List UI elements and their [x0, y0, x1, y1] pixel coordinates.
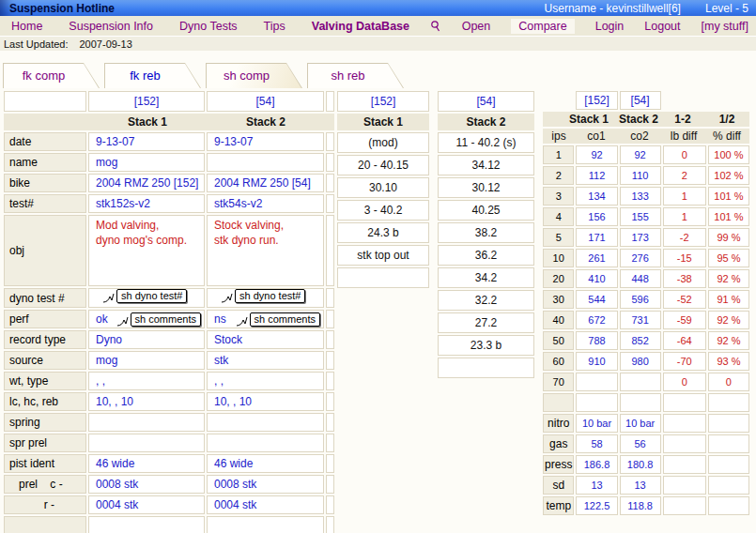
co1-cell: 92 [576, 145, 617, 164]
shim-cell [337, 267, 429, 288]
spacer-cell [326, 392, 334, 411]
table-row: 11 - 40.2 (s) [438, 132, 534, 153]
search-icon[interactable] [430, 20, 440, 32]
spacer-cell [326, 475, 334, 494]
lb-diff-cell [663, 393, 706, 412]
table-row: 7000 [543, 373, 749, 391]
ips-cell: 2 [543, 166, 574, 185]
table-row: 36.2 [438, 245, 534, 266]
table-row: r -0004 stk0004 stk [4, 495, 334, 514]
spacer-cell [663, 434, 706, 453]
spacer-cell [326, 153, 334, 172]
pct-diff-cell: 0 [708, 373, 749, 391]
pointer-icon [102, 293, 116, 303]
nav-item-tips[interactable]: Tips [264, 20, 285, 33]
lb-diff-cell: -15 [663, 249, 706, 267]
pct-diff-cell: 100 % [708, 145, 749, 164]
value-cell: 10, , 10 [207, 392, 324, 411]
co1-cell: 261 [576, 249, 617, 267]
value-cell: 13 [576, 476, 617, 495]
table-row: lc, hc, reb10, , 1010, , 10 [4, 392, 334, 411]
table-row [4, 516, 334, 533]
value-cell [88, 413, 205, 432]
row-label-obj: obj [4, 215, 86, 286]
value-cell: 9-13-07 [207, 132, 324, 151]
perf-cell: oksh comments [88, 310, 205, 328]
value-cell [207, 516, 324, 533]
shim-cell: 30.10 [337, 177, 429, 198]
value-cell: 46 wide [207, 454, 324, 473]
nav-item-home[interactable]: Home [11, 20, 42, 33]
shim-cell: 40.25 [438, 200, 534, 221]
lb-diff-cell: 1 [663, 207, 706, 226]
value-cell: Dyno [88, 330, 205, 349]
stack-header-cols: ipsco1co2lb diff% diff [543, 129, 749, 144]
co2-cell: 155 [620, 207, 661, 226]
perf-cell-content: oksh comments [96, 312, 204, 327]
table-row: dyno test #sh dyno test#sh dyno test# [4, 288, 334, 308]
row-label-r: r - [4, 495, 86, 514]
table-row: 21121102102 % [543, 166, 749, 185]
sh-comments-button[interactable]: sh comments [236, 312, 320, 327]
table-row: [152][54] [4, 91, 334, 112]
spacer-cell [326, 351, 334, 370]
row-label-test: test# [4, 194, 86, 213]
lb-diff-cell: 0 [663, 145, 706, 164]
table-row: 24.3 b [337, 222, 429, 243]
table-row: 34.2 [438, 267, 534, 288]
value-cell: 180.8 [620, 455, 661, 474]
stack-id-cell: [152] [576, 91, 617, 110]
value-cell: 58 [576, 434, 617, 453]
sh-dyno-test-button-label: sh dyno test# [235, 289, 305, 303]
nav-item-logout[interactable]: Logout [644, 20, 680, 33]
table-row: Stack 1 [337, 114, 429, 130]
perf-cell-content: nssh comments [214, 312, 323, 327]
tab-sh-reb[interactable]: sh reb [307, 63, 404, 88]
stack-header-strip: Stack 1Stack 2 [4, 114, 334, 130]
value-cell: 10, , 10 [88, 392, 205, 411]
co2-cell: 731 [620, 311, 661, 329]
nav-item-suspension-info[interactable]: Suspension Info [69, 20, 153, 33]
spacer-cell [326, 434, 334, 452]
pct-diff-cell: 92 % [708, 331, 749, 350]
nav-item-open[interactable]: Open [462, 20, 491, 33]
value-cell: Stock [207, 330, 324, 349]
co1-cell: 544 [576, 290, 617, 309]
nav-item-valving-database[interactable]: Valving DataBase [312, 20, 409, 33]
perf-value: ns [214, 312, 226, 327]
value-cell [88, 516, 205, 533]
table-row [337, 267, 429, 288]
nav-item-login[interactable]: Login [595, 20, 625, 33]
value-cell: 0008 stk [207, 475, 324, 494]
nav-item-compare[interactable]: Compare [511, 19, 574, 34]
co2-cell: 852 [620, 331, 661, 350]
tab-fk-reb[interactable]: fk reb [104, 63, 201, 88]
shim-cell: 30.12 [438, 177, 534, 198]
tab-sh-comp[interactable]: sh comp [206, 63, 302, 88]
dyno-results-table: [152][54]Stack 1Stack 21-21/2ipsco1co2lb… [541, 89, 751, 517]
nav-item-my-stuff[interactable]: [my stuff] [702, 20, 748, 33]
pct-diff-cell: 101 % [708, 187, 749, 206]
lb-diff-cell: -38 [663, 269, 706, 288]
co2-cell: 133 [620, 187, 661, 206]
row-label-bike: bike [4, 174, 86, 192]
table-row: (mod) [337, 132, 429, 153]
value-cell: 2004 RMZ 250 [54] [207, 174, 324, 192]
shim-cell: 24.3 b [337, 222, 429, 243]
sh-dyno-test-button[interactable]: sh dyno test# [221, 289, 305, 303]
co1-cell: 410 [576, 269, 617, 288]
nav-item-dyno-tests[interactable]: Dyno Tests [179, 20, 238, 33]
table-row: perfoksh commentsnssh comments [4, 310, 334, 328]
table-row: 20410448-3892 % [543, 269, 749, 288]
tab-fk-comp[interactable]: fk comp [3, 63, 100, 88]
table-row: 23.3 b [438, 335, 534, 356]
spacer-cell [326, 132, 334, 151]
row-label-nitro: nitro [543, 414, 574, 433]
row-label-prel-c: prel c - [4, 475, 86, 494]
spacer-cell [708, 496, 749, 515]
sh-dyno-test-button[interactable]: sh dyno test# [102, 289, 187, 303]
table-row: [152][54] [543, 91, 749, 110]
row-label-press: press [543, 455, 574, 474]
table-row: 50788852-6492 % [543, 331, 749, 350]
sh-comments-button[interactable]: sh comments [116, 312, 201, 327]
